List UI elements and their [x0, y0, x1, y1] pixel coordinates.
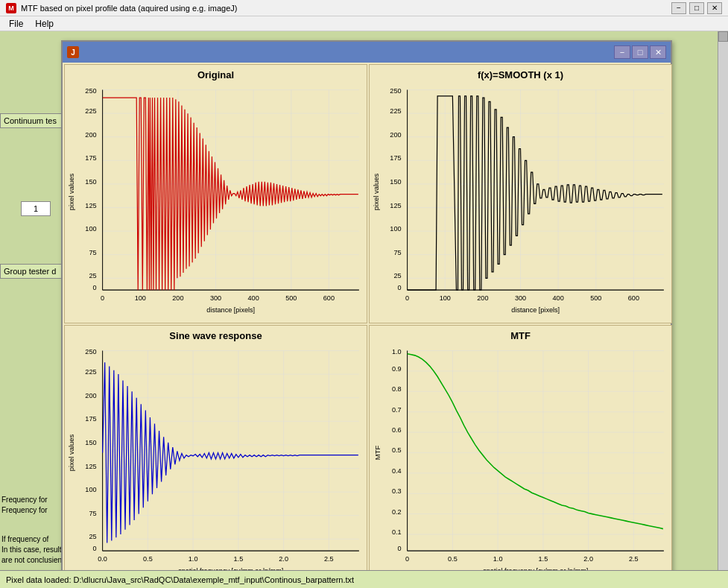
svg-text:0: 0 [92, 284, 96, 291]
svg-text:150: 150 [85, 178, 96, 186]
java-title-bar: J − □ ✕ [63, 42, 671, 63]
svg-text:75: 75 [393, 249, 401, 256]
svg-text:225: 225 [85, 107, 96, 115]
svg-text:200: 200 [390, 131, 401, 139]
svg-text:100: 100 [135, 294, 146, 302]
freq-line2: Frequency for [1, 505, 67, 516]
scrollbar-right[interactable] [718, 31, 728, 588]
svg-text:2.0: 2.0 [583, 555, 593, 563]
status-text: Pixel data loaded: D:\dlucru\Java_src\Ra… [6, 575, 354, 584]
svg-text:225: 225 [390, 107, 401, 115]
svg-text:150: 150 [390, 178, 401, 186]
svg-text:600: 600 [323, 294, 335, 302]
svg-text:100: 100 [85, 486, 96, 493]
svg-text:100: 100 [85, 225, 96, 233]
menu-bar: File Help [0, 16, 728, 31]
svg-text:distance [pixels]: distance [pixels] [206, 306, 255, 313]
svg-text:125: 125 [390, 201, 401, 209]
svg-text:0.5: 0.5 [143, 555, 153, 563]
main-title-text: MTF based on pixel profile data (aquired… [21, 4, 671, 13]
plot-original: Original [64, 64, 367, 323]
svg-text:0.2: 0.2 [392, 508, 402, 515]
plot-smooth: f(x)=SMOOTH (x 1) [369, 64, 672, 323]
title-bar-controls: − □ ✕ [671, 2, 722, 14]
svg-text:0.7: 0.7 [392, 406, 402, 414]
svg-text:250: 250 [85, 87, 96, 95]
number-box: 1 [21, 201, 51, 216]
svg-text:pixel values: pixel values [373, 173, 380, 210]
svg-text:150: 150 [85, 439, 96, 446]
svg-text:100: 100 [390, 225, 401, 233]
svg-text:0.5: 0.5 [392, 446, 402, 454]
maximize-button[interactable]: □ [689, 2, 704, 14]
svg-text:200: 200 [85, 392, 96, 399]
svg-text:0.3: 0.3 [392, 487, 402, 495]
svg-text:25: 25 [89, 533, 96, 540]
java-dialog: J − □ ✕ Original [61, 40, 672, 584]
minimize-button[interactable]: − [671, 2, 686, 14]
java-close-btn[interactable]: ✕ [650, 45, 666, 59]
svg-text:1.5: 1.5 [539, 555, 548, 563]
svg-text:200: 200 [172, 294, 183, 302]
svg-text:2.5: 2.5 [324, 555, 334, 563]
svg-text:250: 250 [85, 348, 96, 355]
svg-text:500: 500 [590, 294, 601, 302]
svg-text:distance [pixels]: distance [pixels] [511, 306, 560, 313]
java-maximize-btn[interactable]: □ [632, 45, 648, 59]
java-title-controls: − □ ✕ [614, 45, 666, 59]
svg-text:500: 500 [285, 294, 297, 302]
main-panel: Continuum tes 1 Group tester d Frequency… [0, 31, 728, 588]
plot-smooth-svg: 0 25 75 100 125 150 175 200 225 250 0 10… [370, 82, 671, 317]
svg-text:1.0: 1.0 [392, 348, 402, 355]
svg-text:0: 0 [405, 294, 409, 302]
svg-text:pixel values: pixel values [68, 173, 75, 210]
plot-sine-title: Sine wave response [65, 330, 367, 341]
menu-help[interactable]: Help [29, 19, 60, 29]
svg-text:300: 300 [210, 294, 221, 302]
svg-text:2.5: 2.5 [629, 555, 639, 563]
java-minimize-btn[interactable]: − [614, 45, 630, 59]
main-title-bar: M MTF based on pixel profile data (aquir… [0, 0, 728, 16]
svg-text:0.4: 0.4 [392, 467, 402, 475]
svg-text:75: 75 [89, 510, 96, 517]
svg-text:1.0: 1.0 [493, 555, 503, 563]
svg-text:0: 0 [397, 545, 401, 552]
conclusion-text: If frequency of In this case, results ar… [0, 533, 69, 567]
svg-text:175: 175 [390, 154, 401, 162]
svg-text:25: 25 [393, 272, 401, 279]
plot-original-title: Original [65, 69, 367, 80]
svg-text:175: 175 [85, 154, 96, 162]
svg-text:250: 250 [390, 87, 401, 95]
conclusion-line1: If frequency of [1, 534, 67, 545]
svg-text:175: 175 [85, 415, 96, 423]
plot-sine-svg: 0 25 75 100 125 150 175 200 225 250 0.0 … [65, 343, 367, 578]
plot-smooth-title: f(x)=SMOOTH (x 1) [370, 69, 671, 80]
svg-text:0.8: 0.8 [392, 385, 402, 393]
svg-text:25: 25 [89, 272, 96, 279]
plot-original-svg: 0 25 75 100 125 150 175 200 225 250 0 10… [65, 82, 367, 317]
svg-text:1.0: 1.0 [189, 555, 198, 563]
continuum-box: Continuum tes [0, 113, 67, 128]
svg-text:0.6: 0.6 [392, 426, 402, 434]
scrollbar-thumb[interactable] [718, 31, 728, 42]
svg-text:600: 600 [628, 294, 639, 302]
close-button[interactable]: ✕ [707, 2, 722, 14]
svg-text:0.1: 0.1 [392, 528, 402, 536]
sidebar-left: Continuum tes 1 Group tester d Frequency… [0, 31, 69, 588]
svg-text:0.0: 0.0 [98, 555, 107, 563]
svg-text:MTF: MTF [374, 445, 382, 460]
svg-text:125: 125 [85, 201, 96, 209]
java-icon: J [67, 46, 79, 58]
svg-text:400: 400 [553, 294, 564, 302]
svg-text:1.5: 1.5 [234, 555, 244, 563]
svg-text:300: 300 [515, 294, 526, 302]
svg-text:pixel values: pixel values [68, 434, 75, 471]
svg-text:225: 225 [85, 368, 96, 376]
svg-text:400: 400 [248, 294, 259, 302]
svg-text:125: 125 [85, 462, 96, 470]
svg-text:75: 75 [89, 249, 96, 256]
svg-text:0: 0 [405, 555, 409, 563]
menu-file[interactable]: File [3, 19, 29, 29]
svg-text:100: 100 [440, 294, 451, 302]
svg-text:0.5: 0.5 [448, 555, 458, 563]
